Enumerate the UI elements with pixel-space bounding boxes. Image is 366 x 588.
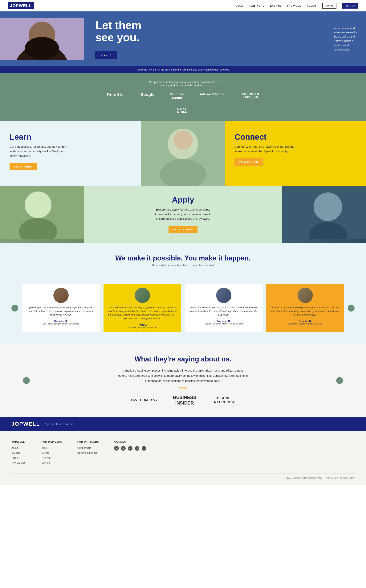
- testimonial-photo-2: [135, 288, 150, 303]
- press-logo-black-enterprise: BLACKENTERPRISE: [212, 396, 236, 404]
- testimonial-name-2: Ryan O.: [138, 323, 147, 326]
- press-next-button[interactable]: ›: [336, 377, 343, 384]
- testimonial-name-4: Evander D.: [299, 320, 312, 323]
- nav-events[interactable]: EVENTS: [270, 4, 281, 7]
- footer-become-partner-link[interactable]: Become a partner: [77, 451, 97, 454]
- signup-button[interactable]: SIGN UP: [342, 3, 358, 8]
- hero-cta-button[interactable]: DIVE IN: [95, 51, 117, 59]
- view-events-button[interactable]: VIEW EVENTS: [235, 158, 263, 166]
- press-logo-business-insider: BUSINESSINSIDER: [173, 395, 196, 406]
- linkedin-icon[interactable]: in: [128, 446, 132, 451]
- testimonial-card-3: "From how to nail my personal pitch to h…: [185, 284, 262, 332]
- press-logos: FAST COMPANY BUSINESSINSIDER BLACKENTERP…: [38, 395, 328, 406]
- partner-goldman-sachs: GoldmanSachs: [170, 92, 184, 100]
- footer-col-jopwell: JOPWELL About Careers Press How we work: [11, 440, 26, 466]
- testimonial-photo-3: [216, 288, 231, 303]
- features-row: Learn Get perspectives, resources, and a…: [0, 121, 366, 186]
- testimonial-photo-4: [297, 288, 313, 303]
- tagline-title: We make it possible. You make it happen.: [8, 254, 358, 262]
- nav-jobs[interactable]: JOBS: [236, 4, 244, 7]
- testimonial-role-3: Securities Analyst Intern, Goldman Sachs: [204, 323, 243, 325]
- tagline-section: We make it possible. You make it happen.…: [0, 243, 366, 280]
- testimonial-name-1: Darneka M.: [54, 320, 68, 323]
- footer-col-members: FOR MEMBERS Jobs Events The Well Sign up: [41, 440, 62, 466]
- connect-title: Connect: [235, 132, 267, 141]
- nav-the-well[interactable]: THE WELL: [287, 4, 301, 7]
- partner-johnson-johnson: Johnson&Johnson: [200, 92, 227, 100]
- testimonial-card-1: "Jopwell helped me to find roles closer …: [22, 284, 100, 332]
- nav-partners[interactable]: PARTNERS: [249, 4, 264, 7]
- testimonials-next-button[interactable]: ›: [348, 305, 355, 312]
- footer-press-link[interactable]: Press: [11, 456, 18, 459]
- nav-logo[interactable]: JOPWELL: [8, 2, 34, 9]
- press-title: What they're saying about us.: [38, 355, 328, 363]
- apply-row: Apply Explore and apply for jobs and int…: [0, 186, 366, 243]
- nav-about[interactable]: ABOUT: [307, 4, 316, 7]
- testimonial-name-3: Josselyn N.: [217, 320, 230, 323]
- see-stories-button[interactable]: SEE STORIES: [9, 163, 37, 170]
- footer-our-partners-link[interactable]: Our partners: [77, 447, 91, 449]
- footer-col-partners-heading: FOR PARTNERS: [77, 440, 99, 443]
- press-quote: "America's leading companies, including …: [118, 368, 248, 383]
- hero-section: Let them see you. DIVE IN We represent a…: [0, 11, 366, 66]
- apply-image-left: [0, 186, 84, 243]
- footer-how-we-work-link[interactable]: How we work: [11, 461, 26, 464]
- apply-section: Apply Explore and apply for jobs and int…: [84, 186, 282, 243]
- search-jobs-button[interactable]: SEARCH JOBS: [168, 226, 198, 233]
- testimonial-role-2: Software Developer, Prudential: [128, 326, 157, 328]
- apply-title: Apply: [172, 195, 194, 204]
- apply-description: Explore and apply for jobs and internshi…: [152, 207, 214, 221]
- learn-title: Learn: [9, 132, 31, 141]
- svg-point-9: [25, 192, 52, 218]
- testimonial-card-4: "Jopwell recommended some positions and …: [266, 284, 344, 332]
- footer-about-link[interactable]: About: [11, 447, 18, 449]
- learn-section: Learn Get perspectives, resources, and a…: [0, 121, 141, 186]
- footer-bottom: © 2024 Jopwell. All Rights Reserved. Ter…: [11, 474, 355, 479]
- vimeo-icon[interactable]: V: [135, 446, 139, 451]
- footer-social-icons: T I in V f: [114, 446, 146, 451]
- press-more-label[interactable]: MORE: [38, 386, 328, 389]
- terms-of-use-link[interactable]: Terms of Use: [324, 476, 338, 479]
- footer-events-link[interactable]: Events: [41, 451, 49, 454]
- hero-description: We represent and advance careers for Bla…: [328, 18, 366, 59]
- nav-links: JOBS PARTNERS EVENTS THE WELL ABOUT LOGI…: [236, 3, 358, 8]
- footer-col-members-heading: FOR MEMBERS: [41, 440, 62, 443]
- testimonials-prev-button[interactable]: ‹: [11, 305, 18, 312]
- copyright-text: © 2024 Jopwell. All Rights Reserved.: [284, 476, 322, 479]
- apply-image-right: [282, 186, 366, 243]
- testimonials-carousel: "Jopwell helped me to find roles closer …: [22, 284, 344, 332]
- footer: JOPWELL About Careers Press How we work …: [0, 431, 366, 485]
- testimonial-quote-4: "Jopwell recommended some positions and …: [270, 306, 340, 317]
- login-button[interactable]: LOGIN: [322, 3, 336, 8]
- hero-image: [0, 18, 84, 60]
- footer-logo: JOPWELL: [11, 421, 40, 427]
- footer-signup-link[interactable]: Sign up: [41, 461, 50, 464]
- partner-google: Google: [140, 92, 155, 100]
- footer-col-jopwell-heading: JOPWELL: [11, 440, 26, 443]
- svg-point-3: [25, 37, 59, 60]
- footer-careers-link[interactable]: Careers: [11, 451, 20, 454]
- privacy-policy-link[interactable]: Privacy Policy: [340, 476, 355, 479]
- facebook-icon[interactable]: f: [142, 446, 146, 451]
- footer-jobs-link[interactable]: Jobs: [41, 447, 46, 449]
- hero-title: Let them see you.: [95, 19, 316, 44]
- footer-brand-bar: JOPWELL Representation matters: [0, 417, 366, 431]
- footer-the-well-link[interactable]: The Well: [41, 456, 51, 459]
- svg-point-12: [313, 193, 342, 221]
- testimonial-photo-1: [53, 288, 69, 303]
- footer-tagline: Representation matters: [44, 422, 73, 426]
- press-prev-button[interactable]: ‹: [23, 377, 30, 384]
- partner-american-express: AMERICANEXPRESS: [242, 92, 259, 100]
- connect-section: Connect Connect with America's leading c…: [225, 121, 366, 186]
- twitter-icon[interactable]: T: [114, 446, 119, 451]
- true-link[interactable]: True: [165, 68, 170, 71]
- partners-description: Our partners are leading change with the…: [145, 81, 221, 87]
- tagline-subtitle: Here's what our members have to say abou…: [8, 264, 358, 267]
- testimonial-role-1: Executive Assistant, American Express: [43, 323, 79, 325]
- instagram-icon[interactable]: I: [121, 446, 126, 451]
- partner-sixth-street: 6 SIXTHSTREET: [177, 107, 189, 113]
- partner-deloitte: Deloitte.: [107, 92, 125, 100]
- connect-description: Connect with America's leading companies…: [235, 144, 296, 154]
- partners-logos: Deloitte. Google GoldmanSachs Johnson&Jo…: [97, 92, 269, 113]
- partners-section: Our partners are leading change with the…: [0, 73, 366, 121]
